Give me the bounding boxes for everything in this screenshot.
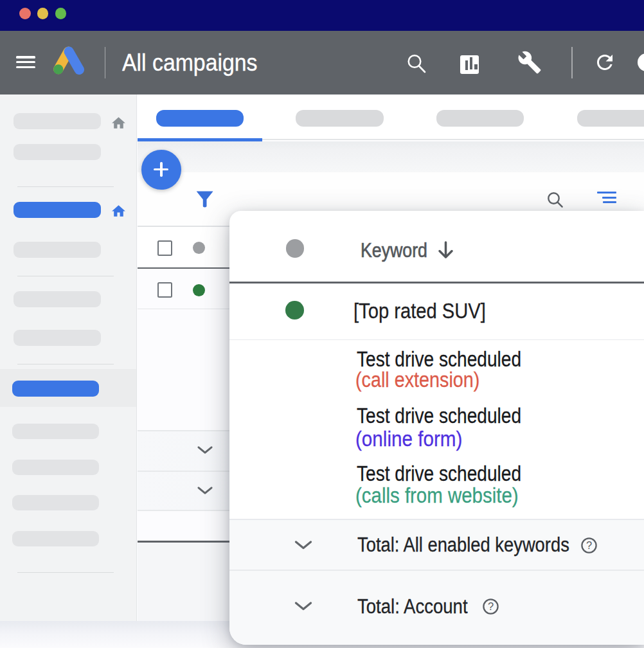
- svg-text:?: ?: [488, 600, 494, 612]
- svg-text:?: ?: [586, 539, 592, 551]
